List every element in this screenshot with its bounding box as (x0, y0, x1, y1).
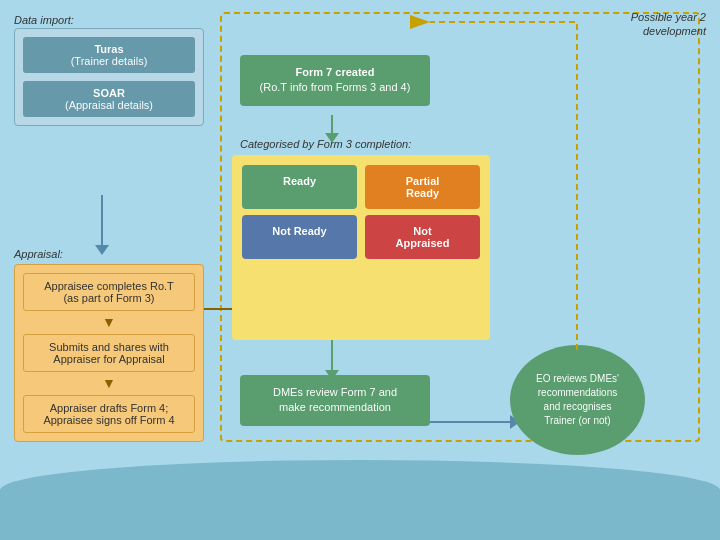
turas-box: Turas (Trainer details) (23, 37, 195, 73)
eo-line3: and recognises (536, 400, 619, 414)
soar-box: SOAR (Appraisal details) (23, 81, 195, 117)
not-appraised-button: Not Appraised (365, 215, 480, 259)
ready-button: Ready (242, 165, 357, 209)
appraisal-step-2: Submits and shares with Appraiser for Ap… (23, 334, 195, 372)
arrow-step2-to-step3: ▼ (23, 378, 195, 389)
left-data-box: Turas (Trainer details) SOAR (Appraisal … (14, 28, 204, 126)
form7-line1: Form 7 created (252, 65, 418, 80)
categorised-label: Categorised by Form 3 completion: (240, 138, 411, 150)
appraisal-step-3: Appraiser drafts Form 4; Appraisee signs… (23, 395, 195, 433)
cat-row-bottom: Not Ready Not Appraised (242, 215, 480, 259)
eo-line1: EO reviews DMEs' (536, 372, 619, 386)
appraisal-box: Appraisee completes Ro.T (as part of For… (14, 264, 204, 442)
cat-row-top: Ready Partial Ready (242, 165, 480, 209)
arrow-data-to-appraisal (95, 195, 109, 255)
data-import-label: Data import: (14, 14, 74, 26)
appraisal-step-1: Appraisee completes Ro.T (as part of For… (23, 273, 195, 311)
arrow-step1-to-step2: ▼ (23, 317, 195, 328)
appraisal-label: Appraisal: (14, 248, 63, 260)
possible-year-label: Possible year 2 development (631, 10, 706, 39)
dmes-line2: make recommendation (252, 400, 418, 415)
background-wave (0, 460, 720, 540)
turas-subtitle: (Trainer details) (31, 55, 187, 67)
dmes-box: DMEs review Form 7 and make recommendati… (240, 375, 430, 426)
partial-ready-button: Partial Ready (365, 165, 480, 209)
turas-title: Turas (31, 43, 187, 55)
soar-title: SOAR (31, 87, 187, 99)
eo-line4: Trainer (or not) (536, 414, 619, 428)
form7-box: Form 7 created (Ro.T info from Forms 3 a… (240, 55, 430, 106)
categorise-box: Ready Partial Ready Not Ready Not Apprai… (232, 155, 490, 340)
arrow-cat-to-dmes (325, 340, 339, 380)
arrow-dmes-to-eo (430, 415, 520, 429)
eo-line2: recommendations (536, 386, 619, 400)
not-ready-button: Not Ready (242, 215, 357, 259)
eo-circle: EO reviews DMEs' recommendations and rec… (510, 345, 645, 455)
dmes-line1: DMEs review Form 7 and (252, 385, 418, 400)
form7-line2: (Ro.T info from Forms 3 and 4) (252, 80, 418, 95)
soar-subtitle: (Appraisal details) (31, 99, 187, 111)
